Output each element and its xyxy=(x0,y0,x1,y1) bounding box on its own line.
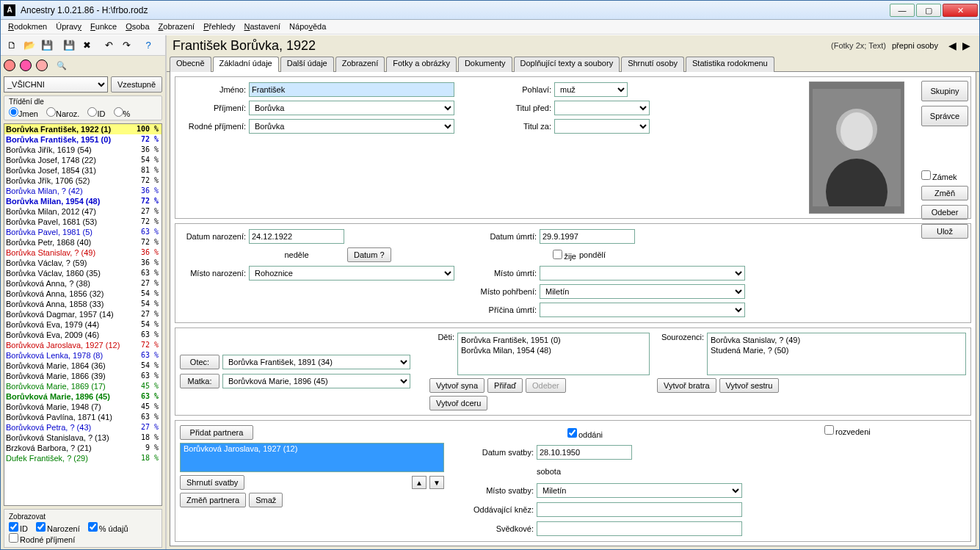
vytvor-bratra-button[interactable]: Vytvoř bratra xyxy=(657,378,716,393)
svedkove-input[interactable] xyxy=(537,521,742,536)
show-id[interactable]: ID xyxy=(9,522,28,533)
tab-2[interactable]: Další údaje xyxy=(280,57,334,72)
tab-5[interactable]: Dokumenty xyxy=(458,57,512,72)
datum-umr-input[interactable] xyxy=(540,229,635,244)
list-item[interactable]: Borůvka Josef, 1854 (31)81 % xyxy=(4,165,161,176)
pohlavi-select[interactable]: muž xyxy=(554,82,628,97)
flip-label[interactable]: přepni osoby xyxy=(892,41,938,50)
datum-nar-input[interactable] xyxy=(249,229,344,244)
delete-icon[interactable]: ✖ xyxy=(79,37,95,54)
matka-select[interactable]: Borůvková Marie, 1896 (45) xyxy=(222,374,410,388)
menu-rodokmen[interactable]: Rodokmen xyxy=(5,21,50,32)
otec-select[interactable]: Borůvka František, 1891 (34) xyxy=(222,355,410,369)
partner-down-button[interactable]: ▼ xyxy=(429,476,444,489)
tab-1[interactable]: Základní údaje xyxy=(213,57,279,72)
misto-svatby-select[interactable]: Miletín xyxy=(537,483,742,498)
menu-osoba[interactable]: Osoba xyxy=(123,21,152,32)
jmeno-input[interactable] xyxy=(249,82,454,97)
maximize-button[interactable]: ▢ xyxy=(916,4,941,17)
list-item[interactable]: Borůvka Jiřík, 1619 (54)36 % xyxy=(4,145,161,155)
list-item[interactable]: Borůvka Josef, 1748 (22)54 % xyxy=(4,155,161,165)
partner-list[interactable]: Borůvková Jaroslava, 1927 (12) xyxy=(180,443,444,472)
list-item[interactable]: Borůvková Marie, 1869 (17)45 % xyxy=(4,381,161,391)
person-list[interactable]: Borůvka František, 1922 (1)100 %Borůvka … xyxy=(4,123,162,506)
vytvor-dceru-button[interactable]: Vytvoř dceru xyxy=(429,396,487,410)
new-file-icon[interactable]: 🗋 xyxy=(4,37,20,54)
oddani-check[interactable]: oddáni xyxy=(537,428,603,439)
partner-up-button[interactable]: ▲ xyxy=(412,476,427,489)
datum-svatby-input[interactable] xyxy=(537,445,632,460)
vytvor-sestru-button[interactable]: Vytvoř sestru xyxy=(719,378,780,393)
sort-id[interactable]: ID xyxy=(87,109,105,118)
menu-zobrazeni[interactable]: Zobrazení xyxy=(156,21,198,32)
datum-q-button[interactable]: Datum ? xyxy=(347,247,391,262)
list-item[interactable]: Borůvková Dagmar, 1957 (14)27 % xyxy=(4,309,161,319)
help-icon[interactable]: ? xyxy=(140,37,156,54)
knez-input[interactable] xyxy=(537,502,742,517)
list-item[interactable]: Borůvková Petra, ? (43)27 % xyxy=(4,422,161,433)
minimize-button[interactable]: — xyxy=(890,4,915,17)
menu-napoveda[interactable]: Nápověda xyxy=(286,21,329,32)
sort-naroz[interactable]: Naroz. xyxy=(46,109,79,118)
list-item[interactable]: Borůvka Milan, ? (42)36 % xyxy=(4,186,161,196)
list-item[interactable]: Borůvková Jaroslava, 1927 (12)72 % xyxy=(4,340,161,350)
list-item[interactable]: Borůvková Pavlína, 1871 (41)63 % xyxy=(4,412,161,422)
zmen-partnera-button[interactable]: Změň partnera xyxy=(180,493,246,507)
close-button[interactable]: ✕ xyxy=(943,4,978,17)
person-photo[interactable] xyxy=(809,82,904,214)
open-file-icon[interactable]: 📂 xyxy=(21,37,37,54)
list-item[interactable]: Borůvka Petr, 1868 (40)72 % xyxy=(4,237,161,247)
list-item[interactable]: Borůvková Anna, ? (38)27 % xyxy=(4,278,161,289)
titul-za-select[interactable] xyxy=(554,119,650,134)
list-item[interactable]: Borůvková Marie, 1866 (39)63 % xyxy=(4,371,161,381)
child-icon[interactable] xyxy=(36,59,48,71)
prev-person-button[interactable]: ◀ xyxy=(945,40,959,51)
tab-8[interactable]: Statistika rodokmenu xyxy=(686,57,774,72)
misto-nar-select[interactable]: Rohoznice xyxy=(249,266,454,281)
list-item[interactable]: Brzková Barbora, ? (21)9 % xyxy=(4,443,161,453)
show-rodne[interactable]: Rodné příjmení xyxy=(9,533,75,544)
list-item[interactable]: Borůvka Václav, ? (59)36 % xyxy=(4,258,161,268)
male-icon[interactable] xyxy=(4,59,15,71)
deti-list[interactable]: Borůvka František, 1951 (0)Borůvka Milan… xyxy=(457,333,650,375)
list-item[interactable]: Borůvka Václav, 1860 (35)63 % xyxy=(4,268,161,278)
tab-4[interactable]: Fotky a obrázky xyxy=(386,57,457,72)
titul-pred-select[interactable] xyxy=(554,101,650,115)
zije-check[interactable]: žije xyxy=(540,250,576,261)
list-item[interactable]: Borůvka Milan, 1954 (48)72 % xyxy=(4,196,161,206)
misto-umr-select[interactable] xyxy=(540,266,745,281)
tab-3[interactable]: Zobrazení xyxy=(335,57,385,72)
show-nar[interactable]: Narození xyxy=(36,522,80,533)
sort-jmen[interactable]: Jmen xyxy=(9,109,38,118)
misto-poh-select[interactable]: Miletín xyxy=(540,284,745,299)
list-item[interactable]: Borůvková Stanislava, ? (13)18 % xyxy=(4,433,161,443)
female-icon[interactable] xyxy=(20,59,32,71)
smaz-partner-button[interactable]: Smaž xyxy=(249,493,283,507)
redo-icon[interactable]: ↷ xyxy=(118,37,134,54)
prirad-button[interactable]: Přiřaď xyxy=(487,378,523,393)
pridat-partnera-button[interactable]: Přidat partnera xyxy=(180,425,253,440)
sort-pct[interactable]: % xyxy=(114,109,131,118)
list-item[interactable]: Borůvka Milan, 2012 (47)27 % xyxy=(4,206,161,217)
tab-7[interactable]: Shrnutí osoby xyxy=(621,57,684,72)
list-item[interactable]: Borůvka Pavel, 1981 (5)63 % xyxy=(4,227,161,237)
list-item[interactable]: Borůvková Anna, 1858 (33)54 % xyxy=(4,299,161,309)
list-item[interactable]: Borůvková Marie, 1896 (45)63 % xyxy=(4,391,161,402)
list-item[interactable]: Borůvková Anna, 1856 (32)54 % xyxy=(4,289,161,299)
sourozenci-list[interactable]: Borůvka Stanislav, ? (49)Studená Marie, … xyxy=(707,333,966,375)
list-item[interactable]: Borůvková Marie, 1864 (36)54 % xyxy=(4,361,161,371)
list-item[interactable]: Borůvka František, 1951 (0)72 % xyxy=(4,134,161,145)
list-item[interactable]: Borůvka František, 1922 (1)100 % xyxy=(4,124,161,134)
shrnuti-svatby-button[interactable]: Shrnutí svatby xyxy=(180,475,244,490)
list-item[interactable]: Borůvková Marie, 1948 (7)45 % xyxy=(4,402,161,412)
undo-icon[interactable]: ↶ xyxy=(101,37,117,54)
otec-button[interactable]: Otec: xyxy=(180,355,219,369)
sort-button[interactable]: Vzestupně xyxy=(111,76,162,93)
list-item[interactable]: Borůvka Stanislav, ? (49)36 % xyxy=(4,247,161,258)
search-icon[interactable]: 🔍 xyxy=(57,61,67,70)
show-pct[interactable]: % údajů xyxy=(88,522,128,533)
scope-select[interactable]: _VŠICHNI xyxy=(4,76,108,93)
tab-6[interactable]: Doplňující texty a soubory xyxy=(514,57,620,72)
pricina-select[interactable] xyxy=(540,303,745,317)
save-icon[interactable]: 💾 xyxy=(39,37,55,54)
